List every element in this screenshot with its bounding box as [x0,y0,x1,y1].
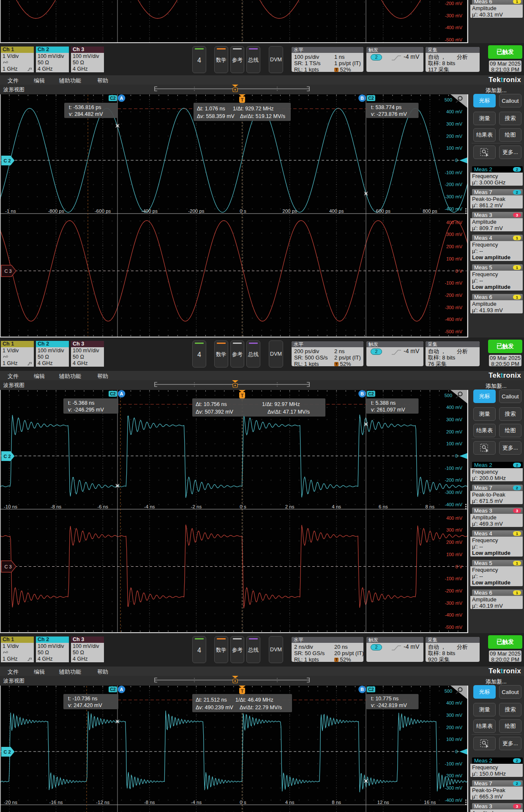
svg-text:C2: C2 [110,391,116,396]
svg-text:-200 mV: -200 mV [445,293,462,298]
svg-text:500: 500 [445,689,452,694]
svg-text:-8 ns: -8 ns [51,504,62,509]
svg-text:C 2: C 2 [3,749,11,754]
svg-text:300 mV: 300 mV [446,417,463,422]
svg-text:-4 ns: -4 ns [144,504,155,509]
svg-text:0 s: 0 s [240,208,246,214]
svg-text:600 ps: 600 ps [376,208,391,214]
svg-text:-6 ns: -6 ns [97,504,108,509]
svg-text:8 ns: 8 ns [332,800,341,805]
svg-text:B: B [360,391,364,396]
svg-text:200 mV: 200 mV [446,134,463,139]
svg-text:400 mV: 400 mV [446,700,463,705]
svg-text:0 s: 0 s [240,504,246,509]
svg-text:-200 mV: -200 mV [445,588,462,593]
svg-text:C2: C2 [110,687,116,692]
svg-text:100 mV: 100 mV [446,552,463,557]
svg-text:Δt: 1.076 ns: Δt: 1.076 ns [197,106,225,112]
svg-text:v: 284.482 mV: v: 284.482 mV [69,111,103,117]
svg-text:200 mV: 200 mV [446,244,463,249]
svg-text:t: -10.736 ns: t: -10.736 ns [68,696,98,702]
svg-text:T: T [241,393,244,398]
svg-text:-200 mV: -200 mV [445,1,462,6]
svg-text:-400 mV: -400 mV [445,317,462,322]
svg-text:-400 mV: -400 mV [445,612,462,617]
svg-text:-300 mV: -300 mV [445,194,462,199]
svg-text:-8 ns: -8 ns [144,800,155,805]
svg-text:Δv/Δt: 47.17 MV/s: Δv/Δt: 47.17 MV/s [267,409,310,415]
svg-text:300 mV: 300 mV [446,713,463,718]
svg-text:-12 ns: -12 ns [96,800,109,805]
svg-text:Δv/Δt: 22.79 MV/s: Δv/Δt: 22.79 MV/s [240,705,282,710]
svg-text:-300 mV: -300 mV [445,490,462,495]
svg-text:-500 mV: -500 mV [445,329,462,334]
svg-text:8 ns: 8 ns [426,504,435,509]
svg-text:A: A [120,391,123,396]
svg-text:-16 ns: -16 ns [49,800,63,805]
svg-text:-200 mV: -200 mV [445,477,462,483]
svg-text:-400 mV: -400 mV [445,206,462,211]
svg-text:-600 ps: -600 ps [95,208,111,214]
svg-text:-2 ns: -2 ns [191,504,202,509]
svg-text:400 mV: 400 mV [446,220,463,225]
svg-text:300 mV: 300 mV [446,232,463,237]
svg-text:波形视图: 波形视图 [3,678,25,684]
svg-text:800 ps: 800 ps [423,208,437,214]
svg-text:-200 mV: -200 mV [445,773,462,778]
svg-text:-500 mV: -500 mV [445,37,462,42]
svg-text:16 ns: 16 ns [424,800,436,805]
svg-text:100 mV: 100 mV [446,256,463,261]
svg-text:0 V: 0 V [455,564,462,569]
svg-text:0 s: 0 s [240,800,246,805]
svg-text:Δv/Δt: 519.12 MV/s: Δv/Δt: 519.12 MV/s [240,113,285,119]
svg-text:C2: C2 [368,96,374,101]
svg-text:C2: C2 [110,96,116,101]
svg-text:Δt: 21.512 ns: Δt: 21.512 ns [196,697,227,703]
svg-text:-200 ps: -200 ps [188,208,205,214]
svg-text:B: B [360,687,364,692]
svg-text:波形视图: 波形视图 [3,382,25,388]
svg-text:T: T [241,689,244,694]
svg-text:-1 ns: -1 ns [5,208,16,214]
svg-text:C2: C2 [368,687,374,692]
svg-text:-200 mV: -200 mV [445,182,462,187]
svg-text:100 mV: 100 mV [446,145,463,151]
svg-text:B: B [360,96,364,101]
svg-text:0: 0 [455,749,458,754]
svg-text:200 mV: 200 mV [446,725,463,730]
svg-text:t: 538.774 ps: t: 538.774 ps [371,104,401,110]
svg-text:-300 mV: -300 mV [445,13,462,18]
svg-text:Δt: 10.756 ns: Δt: 10.756 ns [196,401,227,407]
svg-text:-500 mV: -500 mV [445,625,462,630]
svg-text:v: -242.819 mV: v: -242.819 mV [371,702,407,708]
svg-text:-100 mV: -100 mV [445,280,462,285]
svg-text:400 mV: 400 mV [446,109,463,114]
svg-text:t: -536.816 ps: t: -536.816 ps [69,104,101,110]
svg-text:-300 mV: -300 mV [445,785,462,790]
svg-text:200 mV: 200 mV [446,429,463,434]
svg-text:波形视图: 波形视图 [3,87,25,93]
svg-text:-10 ns: -10 ns [4,504,17,509]
svg-text:-400 mV: -400 mV [445,502,462,507]
svg-text:200 ps: 200 ps [282,208,297,214]
svg-text:A: A [120,96,123,101]
svg-text:-800 ps: -800 ps [48,208,64,214]
svg-text:Δv: 490.239 mV: Δv: 490.239 mV [196,705,234,710]
svg-text:400 mV: 400 mV [446,405,463,410]
svg-text:T: T [241,97,244,102]
svg-text:2 ns: 2 ns [285,504,295,509]
svg-text:C 2: C 2 [3,158,11,163]
svg-text:400 ps: 400 ps [329,208,344,214]
svg-text:0: 0 [455,158,458,163]
svg-text:-400 ps: -400 ps [142,208,158,214]
svg-text:C 3: C 3 [4,269,11,274]
svg-text:-300 mV: -300 mV [445,305,462,310]
svg-text:0 V: 0 V [455,269,462,274]
svg-text:v: -273.876 mV: v: -273.876 mV [371,111,407,117]
svg-text:Δv: 507.392 mV: Δv: 507.392 mV [196,409,234,415]
svg-text:t: 10.775 ns: t: 10.775 ns [371,696,398,702]
svg-text:v: 261.097 mV: v: 261.097 mV [371,407,405,413]
svg-text:1/Δt: 46.49 MHz: 1/Δt: 46.49 MHz [235,697,273,703]
svg-text:t: -5.368 ns: t: -5.368 ns [68,400,95,406]
svg-text:-100 mV: -100 mV [445,761,462,766]
